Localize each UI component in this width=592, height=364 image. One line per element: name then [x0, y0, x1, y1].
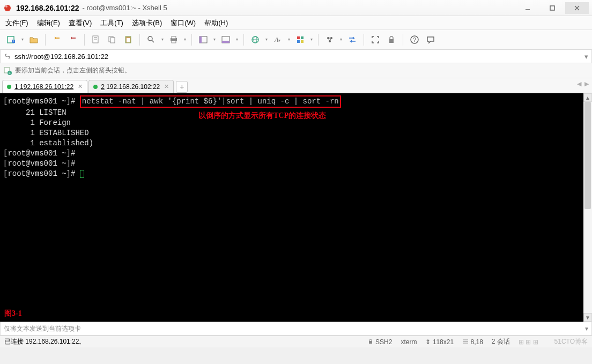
app-icon	[3, 4, 12, 12]
dropdown-icon[interactable]: ▾	[287, 37, 291, 42]
lock-icon[interactable]	[384, 33, 398, 47]
menu-window[interactable]: 窗口(W)	[171, 18, 196, 28]
dropdown-icon[interactable]: ▾	[235, 37, 239, 42]
properties-icon[interactable]	[89, 33, 103, 47]
panel1-icon[interactable]	[196, 33, 210, 47]
minimize-button[interactable]	[516, 2, 539, 14]
svg-rect-9	[56, 38, 60, 39]
menu-tools[interactable]: 工具(T)	[100, 18, 123, 28]
svg-rect-26	[222, 41, 230, 43]
reconnect-icon[interactable]	[50, 33, 64, 47]
copy-icon[interactable]	[105, 33, 119, 47]
status-size: ⇕ 118x21	[425, 338, 454, 346]
svg-rect-24	[199, 36, 202, 43]
svg-text:+: +	[12, 39, 14, 43]
link-icon	[4, 53, 11, 60]
svg-text:?: ?	[413, 37, 416, 43]
open-icon[interactable]	[27, 33, 41, 47]
status-sessions: 2 会话	[492, 337, 510, 346]
toolbar: + ▾ ▾ ▾ ▾ ▾ ▾ A▾ ▾ ▾ ▾ ?	[0, 30, 592, 49]
scroll-down-icon[interactable]: ▼	[583, 313, 592, 322]
figure-label: 图3-1	[4, 308, 22, 318]
tab-session-2[interactable]: 2 192.168.26.102:22 ✕	[88, 80, 174, 93]
tab-close-icon[interactable]: ✕	[78, 83, 83, 90]
status-connection: 已连接 192.168.26.101:22。	[4, 337, 85, 346]
font-icon[interactable]: A▾	[271, 33, 285, 47]
title-bar: 192.168.26.101:22 - root@vms001:~ - Xshe…	[0, 0, 592, 16]
hint-text: 要添加当前会话，点击左侧的箭头按钮。	[15, 66, 131, 75]
svg-rect-10	[72, 38, 76, 39]
terminal-output-line: 1 ESTABLISHED	[3, 129, 89, 137]
encoding-icon[interactable]	[248, 33, 262, 47]
scroll-up-icon[interactable]: ▲	[583, 93, 592, 102]
dropdown-icon[interactable]: ▾	[339, 37, 343, 42]
transfer-icon[interactable]	[345, 33, 359, 47]
svg-rect-33	[301, 36, 304, 39]
color-icon[interactable]	[293, 33, 307, 47]
menu-file[interactable]: 文件(F)	[5, 18, 28, 28]
terminal-prompt: [root@vms001 ~]#	[3, 149, 75, 158]
paste-icon[interactable]	[121, 33, 135, 47]
add-session-icon[interactable]: +	[3, 66, 12, 75]
menu-edit[interactable]: 编辑(E)	[37, 18, 60, 28]
terminal[interactable]: [root@vms001 ~]# netstat -nat | awk '{pr…	[0, 93, 583, 322]
dropdown-icon[interactable]: ▾	[212, 37, 217, 42]
menu-help[interactable]: 帮助(H)	[204, 18, 228, 28]
print-icon[interactable]	[167, 33, 181, 47]
send-input[interactable]: 仅将文本发送到当前选项卡 ▾	[0, 322, 592, 336]
scroll-track[interactable]	[583, 102, 592, 313]
address-text: ssh://root@192.168.26.101:22	[14, 53, 108, 61]
panel2-icon[interactable]	[219, 33, 233, 47]
svg-rect-35	[301, 40, 304, 43]
svg-point-1	[5, 5, 8, 8]
tab-next-icon[interactable]: ▶	[584, 80, 589, 87]
dropdown-icon[interactable]: ▾	[309, 37, 314, 42]
svg-rect-32	[297, 36, 300, 39]
chevron-down-icon[interactable]: ▾	[584, 53, 588, 61]
chevron-down-icon[interactable]: ▾	[585, 325, 588, 332]
tab-nav: ◀ ▶	[577, 80, 589, 87]
disconnect-icon[interactable]	[66, 33, 80, 47]
status-termtype: xterm	[401, 338, 417, 346]
tab-close-icon[interactable]: ✕	[164, 83, 169, 90]
window-title-bold: 192.168.26.101:22	[16, 4, 79, 12]
new-session-icon[interactable]: +	[4, 33, 18, 47]
window-title-rest: - root@vms001:~ - Xshell 5	[83, 4, 167, 12]
terminal-command: netstat -nat | awk '{print $6}'|sort | u…	[82, 97, 339, 106]
menu-view[interactable]: 查看(V)	[69, 18, 92, 28]
help-icon[interactable]: ?	[408, 33, 421, 47]
dropdown-icon[interactable]: ▾	[160, 37, 165, 42]
terminal-output-line: 1 established)	[3, 139, 93, 147]
new-tab-button[interactable]: +	[176, 81, 188, 93]
cursor-icon	[80, 170, 84, 178]
maximize-button[interactable]	[541, 2, 564, 14]
dropdown-icon[interactable]: ▾	[264, 37, 269, 42]
svg-point-0	[4, 5, 11, 11]
scroll-thumb[interactable]	[584, 102, 591, 209]
status-cursor: 8,18	[462, 338, 483, 346]
menu-bar: 文件(F) 编辑(E) 查看(V) 工具(T) 选项卡(B) 窗口(W) 帮助(…	[0, 16, 592, 30]
svg-rect-34	[297, 40, 300, 43]
scrollbar[interactable]: ▲ ▼	[583, 93, 592, 322]
close-button[interactable]	[565, 2, 589, 14]
tab-session-1[interactable]: 1 192.168.26.101:22 ✕	[2, 80, 87, 93]
menu-tab[interactable]: 选项卡(B)	[132, 18, 162, 28]
svg-rect-3	[550, 6, 554, 10]
address-bar[interactable]: ssh://root@192.168.26.101:22 ▾	[0, 49, 592, 63]
svg-rect-46	[369, 341, 372, 344]
hint-bar: + 要添加当前会话，点击左侧的箭头按钮。	[0, 63, 592, 78]
tab-prev-icon[interactable]: ◀	[577, 80, 581, 87]
svg-text:▾: ▾	[278, 38, 280, 43]
dropdown-icon[interactable]: ▾	[20, 37, 25, 42]
script-icon[interactable]	[323, 33, 337, 47]
fullscreen-icon[interactable]	[368, 33, 382, 47]
dropdown-icon[interactable]: ▾	[183, 37, 187, 42]
svg-rect-17	[127, 38, 130, 42]
svg-rect-39	[389, 39, 394, 43]
feedback-icon[interactable]	[424, 33, 438, 47]
send-placeholder: 仅将文本发送到当前选项卡	[4, 324, 81, 333]
find-icon[interactable]	[144, 33, 158, 47]
svg-rect-22	[172, 41, 176, 43]
terminal-prompt: [root@vms001 ~]#	[3, 159, 75, 168]
svg-point-18	[148, 36, 152, 41]
